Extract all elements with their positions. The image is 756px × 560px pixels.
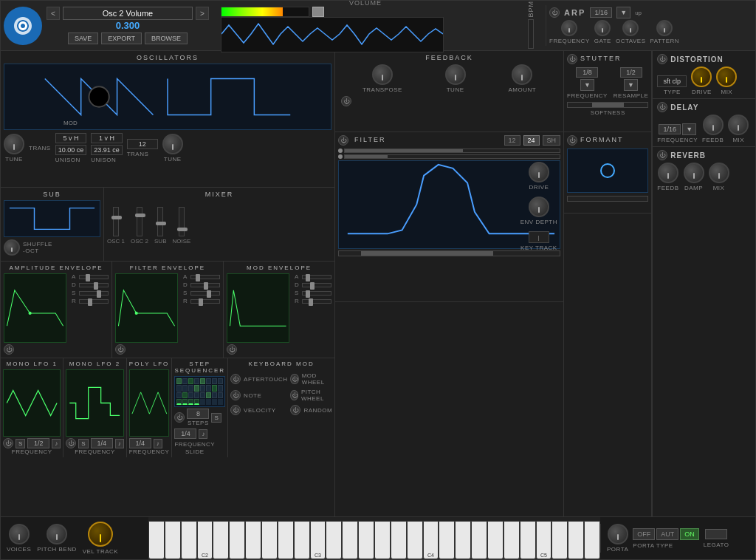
distortion-power[interactable]: ⏻ [657, 54, 667, 64]
amp-s-slider[interactable] [79, 291, 109, 296]
vel-track-knob[interactable] [88, 522, 113, 547]
step-cell-2-6[interactable] [206, 385, 211, 391]
step-seq-sync-btn[interactable]: S [211, 413, 221, 423]
reverb-feedb-knob[interactable] [658, 163, 678, 183]
note-power[interactable]: ⏻ [230, 390, 241, 400]
step-cell-2-1[interactable] [176, 385, 182, 391]
key-white-6[interactable] [229, 521, 245, 559]
key-white-10[interactable] [294, 521, 310, 559]
distortion-mix-knob[interactable] [716, 66, 737, 87]
velocity-power[interactable]: ⏻ [230, 405, 241, 415]
step-cell-3-7[interactable] [212, 392, 217, 398]
step-cell-2-7[interactable] [212, 385, 217, 391]
key-white-5[interactable] [213, 521, 229, 559]
amp-a-slider[interactable] [79, 275, 109, 279]
feedback-power[interactable]: ⏻ [341, 96, 351, 106]
step-cell-3-2[interactable] [182, 392, 188, 398]
step-cell-4-5[interactable] [200, 399, 205, 405]
arp-octaves-knob[interactable] [622, 20, 639, 36]
stutter-freq-dropdown[interactable]: ▼ [580, 79, 594, 91]
mod-s-slider[interactable] [302, 291, 331, 296]
mod-r-slider[interactable] [302, 299, 331, 304]
sub-shuffle-knob[interactable] [4, 239, 20, 256]
step-cell-1-3[interactable] [188, 378, 193, 384]
key-white-11[interactable] [310, 521, 326, 559]
pitch-bend-knob[interactable] [47, 524, 67, 544]
key-white-1[interactable] [148, 521, 165, 559]
key-white-28[interactable] [584, 521, 600, 559]
arp-power-button[interactable]: ⏻ [549, 7, 560, 18]
filter-s-slider[interactable] [190, 291, 220, 296]
filter-env-power[interactable]: ⏻ [115, 344, 126, 355]
step-cell-4-3[interactable] [188, 399, 193, 405]
reverb-damp-knob[interactable] [684, 163, 704, 183]
mod-a-slider[interactable] [302, 275, 331, 279]
poly-lfo-note-btn[interactable]: ♪ [154, 439, 162, 448]
arp-freq-dropdown[interactable]: ▼ [616, 7, 630, 18]
arp-gate-knob[interactable] [594, 20, 611, 36]
porta-aut-btn[interactable]: AUT [656, 528, 678, 540]
feedback-amount-knob[interactable] [512, 64, 532, 85]
step-cell-3-4[interactable] [194, 392, 199, 398]
key-white-21[interactable] [471, 521, 487, 559]
filter-a-slider[interactable] [190, 275, 220, 279]
step-cell-1-5[interactable] [200, 378, 205, 384]
step-seq-power[interactable]: ⏻ [174, 412, 185, 423]
step-cell-2-8[interactable] [218, 385, 223, 391]
browse-button[interactable]: BROWSE [145, 33, 188, 44]
stutter-power[interactable]: ⏻ [567, 54, 577, 64]
key-white-18[interactable] [423, 521, 439, 559]
delay-feedb-knob[interactable] [703, 115, 724, 135]
key-white-16[interactable] [391, 521, 407, 559]
key-white-26[interactable] [551, 521, 568, 559]
key-white-24[interactable] [520, 521, 536, 559]
step-cell-2-2[interactable] [182, 385, 188, 391]
formant-power[interactable]: ⏻ [567, 135, 577, 146]
step-cell-3-8[interactable] [218, 392, 223, 398]
next-preset-button[interactable]: > [196, 7, 209, 20]
pitch-wheel-power[interactable]: ⏻ [290, 390, 298, 400]
mixer-noise-slider[interactable] [179, 207, 185, 236]
amp-env-power[interactable]: ⏻ [4, 344, 14, 355]
step-cell-1-8[interactable] [218, 378, 223, 384]
key-white-4[interactable] [197, 521, 213, 559]
mixer-osc1-slider[interactable] [113, 207, 119, 236]
arp-frequency-knob[interactable] [561, 20, 577, 36]
volume-slider-thumb[interactable] [312, 7, 324, 17]
voices-knob[interactable] [9, 524, 30, 544]
step-cell-4-8[interactable] [218, 399, 223, 405]
osc-tune-knob[interactable] [4, 134, 24, 154]
step-cell-2-3[interactable] [188, 385, 193, 391]
step-cell-4-1[interactable] [176, 399, 182, 405]
key-white-12[interactable] [326, 521, 342, 559]
step-cell-4-7[interactable] [212, 399, 217, 405]
amp-d-slider[interactable] [79, 283, 109, 287]
reverb-mix-knob[interactable] [709, 163, 729, 183]
key-white-9[interactable] [278, 521, 294, 559]
step-cell-1-4[interactable] [194, 378, 199, 384]
logo-button[interactable] [4, 7, 42, 45]
random-power[interactable]: ⏻ [290, 405, 300, 415]
key-white-14[interactable] [358, 521, 374, 559]
step-cell-3-6[interactable] [206, 392, 211, 398]
lfo2-note-btn[interactable]: ♪ [115, 439, 124, 448]
step-cell-2-5[interactable] [200, 385, 205, 391]
key-white-22[interactable] [487, 521, 504, 559]
mixer-sub-slider[interactable] [157, 207, 163, 236]
feedback-transpose-knob[interactable] [372, 64, 393, 85]
key-white-23[interactable] [504, 521, 520, 559]
export-button[interactable]: EXPORT [101, 33, 142, 44]
mod-env-power[interactable]: ⏻ [227, 344, 237, 355]
lfo2-power[interactable]: ⏻ [66, 438, 76, 448]
key-white-2[interactable] [165, 521, 181, 559]
step-cell-3-5[interactable] [200, 392, 205, 398]
step-cell-1-1[interactable] [176, 378, 182, 384]
step-cell-1-6[interactable] [206, 378, 211, 384]
key-white-3[interactable] [181, 521, 197, 559]
filter-drive-knob[interactable] [529, 162, 549, 182]
filter-scrollbar[interactable] [338, 250, 560, 256]
key-white-17[interactable] [407, 521, 423, 559]
osc-tune2-knob[interactable] [162, 134, 183, 154]
lfo1-sync-btn[interactable]: S [16, 439, 25, 448]
lfo1-note-btn[interactable]: ♪ [52, 439, 61, 448]
